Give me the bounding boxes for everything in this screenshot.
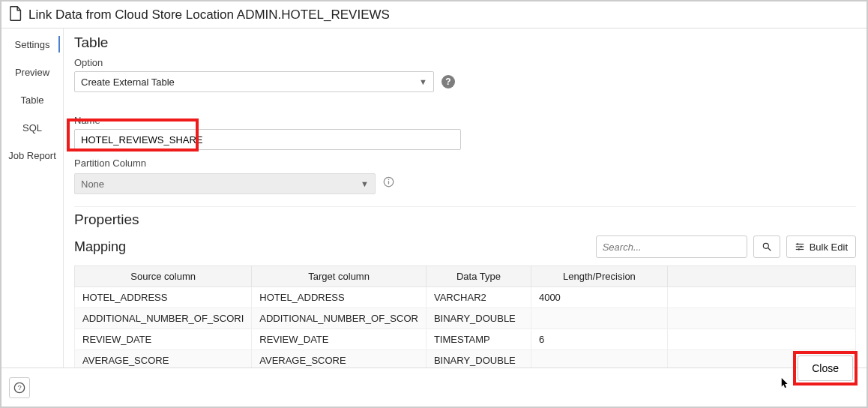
svg-rect-2 — [388, 179, 389, 180]
modal-footer: ? Close — [1, 368, 867, 406]
table-cell: BINARY_DOUBLE — [426, 350, 531, 370]
table-cell: VARCHAR2 — [426, 287, 531, 308]
svg-point-9 — [800, 246, 801, 248]
table-cell: AVERAGE_SCORE — [252, 350, 427, 370]
table-cell: AVERAGE_SCORE — [75, 350, 252, 370]
highlight-close-button: Close — [793, 351, 858, 386]
mapping-heading: Mapping — [74, 239, 126, 255]
svg-point-8 — [797, 243, 798, 244]
col-source: Source column — [75, 266, 252, 287]
bulk-edit-button[interactable]: Bulk Edit — [786, 236, 856, 258]
properties-heading: Properties — [74, 206, 856, 228]
search-button[interactable] — [753, 236, 780, 258]
table-cell — [531, 308, 667, 329]
svg-rect-1 — [388, 181, 389, 184]
left-tablist: Settings Preview Table SQL Job Report — [1, 28, 63, 369]
modal-title: Link Data from Cloud Store Location ADMI… — [28, 8, 390, 22]
table-row[interactable]: REVIEW_DATEREVIEW_DATETIMESTAMP6 — [75, 329, 856, 350]
modal-header: Link Data from Cloud Store Location ADMI… — [1, 2, 867, 28]
highlight-name-field — [67, 118, 199, 152]
svg-text:?: ? — [17, 384, 21, 392]
mapping-table: Source column Target column Data Type Le… — [74, 266, 856, 369]
svg-point-10 — [798, 248, 799, 250]
table-cell: HOTEL_ADDRESS — [252, 287, 427, 308]
chevron-down-icon: ▼ — [419, 77, 427, 86]
document-icon — [9, 6, 22, 23]
table-cell: REVIEW_DATE — [75, 329, 252, 350]
option-label: Option — [74, 57, 455, 68]
cursor-icon — [781, 378, 790, 391]
table-cell: ADDITIONAL_NUMBER_OF_SCOR — [252, 308, 427, 329]
bulk-edit-label: Bulk Edit — [810, 242, 848, 253]
svg-point-3 — [763, 243, 768, 248]
help-icon[interactable]: ? — [441, 75, 455, 88]
table-cell — [667, 287, 855, 308]
col-blank — [667, 266, 855, 287]
tab-preview[interactable]: Preview — [15, 67, 49, 78]
tab-settings[interactable]: Settings — [15, 39, 50, 50]
col-len: Length/Precision — [531, 266, 667, 287]
partition-select: None ▼ — [74, 173, 376, 194]
table-cell: HOTEL_ADDRESS — [75, 287, 252, 308]
option-value: Create External Table — [81, 76, 175, 88]
col-target: Target column — [252, 266, 427, 287]
table-row[interactable]: HOTEL_ADDRESSHOTEL_ADDRESSVARCHAR24000 — [75, 287, 856, 308]
col-dtype: Data Type — [426, 266, 531, 287]
content-area: Table Option Create External Table ▼ ? N… — [63, 28, 867, 369]
table-section-title: Table — [74, 34, 856, 51]
table-cell: REVIEW_DATE — [252, 329, 427, 350]
search-input-wrap[interactable] — [596, 236, 747, 258]
partition-value: None — [81, 178, 104, 190]
table-cell: 4000 — [531, 287, 667, 308]
tab-job-report[interactable]: Job Report — [8, 150, 56, 161]
table-cell: TIMESTAMP — [426, 329, 531, 350]
tab-sql[interactable]: SQL — [22, 122, 42, 134]
table-cell: BINARY_DOUBLE — [426, 308, 531, 329]
table-cell: ADDITIONAL_NUMBER_OF_SCORI — [75, 308, 252, 329]
svg-line-4 — [768, 248, 771, 251]
table-row[interactable]: AVERAGE_SCOREAVERAGE_SCOREBINARY_DOUBLE — [75, 350, 856, 370]
partition-label: Partition Column — [74, 158, 856, 169]
table-cell: 6 — [531, 329, 667, 350]
table-cell — [667, 308, 855, 329]
table-cell — [667, 329, 855, 350]
footer-help-button[interactable]: ? — [9, 377, 30, 398]
close-button[interactable]: Close — [798, 356, 853, 381]
search-input[interactable] — [603, 242, 741, 253]
tab-table[interactable]: Table — [20, 94, 43, 106]
option-select[interactable]: Create External Table ▼ — [74, 71, 434, 92]
chevron-down-icon: ▼ — [361, 179, 369, 188]
table-cell — [531, 350, 667, 370]
info-icon[interactable] — [383, 176, 394, 190]
table-row[interactable]: ADDITIONAL_NUMBER_OF_SCORIADDITIONAL_NUM… — [75, 308, 856, 329]
table-header-row: Source column Target column Data Type Le… — [75, 266, 856, 287]
